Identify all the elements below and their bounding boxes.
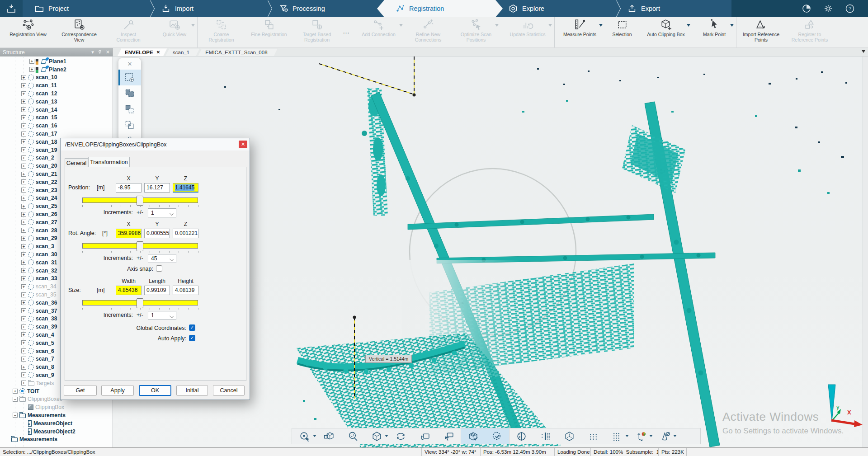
tree-expand-toggle[interactable] — [21, 75, 26, 80]
toolbar-button[interactable]: Add Connection — [352, 17, 405, 47]
view-cone[interactable] — [653, 428, 677, 444]
panel-close-icon[interactable]: ✕ — [106, 49, 110, 55]
auto-apply-checkbox[interactable]: ✓ — [189, 335, 195, 341]
apply-button[interactable]: Apply — [101, 385, 134, 396]
split-compare[interactable] — [509, 428, 533, 444]
toolbar-button[interactable]: Fine Registration — [245, 17, 293, 47]
tree-expand-toggle[interactable] — [21, 332, 26, 337]
ribbon-tab[interactable]: Explore — [496, 0, 615, 17]
tree-item[interactable]: scan_17 — [0, 130, 113, 138]
tree-expand-toggle[interactable] — [21, 212, 26, 217]
tree-expand-toggle[interactable] — [21, 204, 26, 209]
chevron-down-icon[interactable] — [599, 24, 603, 27]
reset-camera[interactable] — [317, 428, 341, 444]
slider-handle[interactable] — [137, 196, 143, 206]
tree-expand-toggle[interactable] — [21, 172, 26, 177]
orbit-tool[interactable] — [389, 428, 413, 444]
tree-expand-toggle[interactable] — [21, 340, 26, 345]
tree-expand-toggle[interactable] — [21, 357, 26, 362]
tree-item[interactable]: scan_11 — [0, 81, 113, 89]
import-project-button[interactable] — [0, 0, 23, 17]
position-slider[interactable] — [82, 197, 198, 203]
tree-expand-toggle[interactable] — [21, 83, 26, 88]
selection-mode-button[interactable] — [118, 85, 141, 101]
ribbon-right-icon[interactable] — [844, 3, 855, 14]
chevron-down-icon[interactable] — [687, 24, 690, 27]
global-coordinates-checkbox[interactable]: ✓ — [189, 324, 195, 331]
chevron-down-icon[interactable] — [649, 435, 653, 437]
tree-expand-toggle[interactable] — [21, 372, 26, 377]
rotation-slider[interactable] — [82, 243, 198, 249]
ribbon-tab[interactable]: Export — [615, 0, 731, 17]
tree-expand-toggle[interactable] — [21, 276, 26, 281]
color-mode[interactable] — [629, 428, 653, 444]
selection-toolbar-close-icon[interactable]: ✕ — [118, 58, 141, 70]
tree-item[interactable]: scan_15 — [0, 114, 113, 122]
slider-handle[interactable] — [137, 241, 143, 251]
size-width-field[interactable]: 4.85436 — [116, 286, 142, 295]
viewport-tab[interactable]: scan_1 — [165, 48, 200, 56]
tree-expand-toggle[interactable] — [21, 381, 26, 385]
tab-close-icon[interactable]: ✕ — [156, 50, 160, 55]
tree-item[interactable]: Plane1 — [0, 57, 113, 66]
selection-mode-button[interactable] — [118, 70, 141, 85]
tree-item[interactable]: MeasureObject2 — [0, 428, 113, 436]
toolbar-button[interactable]: Refine NewConnections — [405, 17, 451, 47]
slider-handle[interactable] — [137, 298, 143, 308]
tree-expand-toggle[interactable] — [21, 308, 26, 313]
rotation-x-field[interactable]: 359.99861 — [116, 229, 142, 238]
toolbar-button[interactable]: Measure Points — [554, 17, 605, 47]
tree-item[interactable]: scan_16 — [0, 122, 113, 130]
tab-general[interactable]: General — [65, 158, 88, 167]
tree-expand-toggle[interactable] — [21, 164, 26, 169]
tree-expand-toggle[interactable] — [29, 59, 34, 64]
tree-expand-toggle[interactable] — [21, 107, 26, 112]
tab-overflow-caret-icon[interactable] — [862, 50, 865, 53]
axis-snap-checkbox[interactable] — [156, 265, 162, 272]
selection-mode-button[interactable] — [118, 101, 141, 117]
size-increment-select[interactable]: 1 — [148, 311, 176, 320]
tree-expand-toggle[interactable] — [21, 188, 26, 193]
rotation-z-field[interactable]: 0.001221 — [173, 229, 198, 238]
position-x-field[interactable]: -8.95 — [116, 183, 142, 193]
tree-expand-toggle[interactable] — [21, 348, 26, 353]
toolbar-button[interactable]: Optimize ScanPositions — [451, 17, 501, 47]
tree-expand-toggle[interactable] — [21, 324, 26, 329]
viewport-scrollbar[interactable] — [863, 56, 868, 447]
dialog-close-button[interactable]: ✕ — [239, 141, 247, 148]
rotation-y-field[interactable]: 0.000555 — [144, 229, 170, 238]
tree-expand-toggle[interactable] — [21, 268, 26, 273]
position-y-field[interactable]: 16.127 — [144, 183, 170, 193]
tree-item[interactable]: scan_13 — [0, 98, 113, 106]
tree-item[interactable]: scan_10 — [0, 74, 113, 82]
initial-button[interactable]: Initial — [176, 385, 208, 396]
size-length-field[interactable]: 0.99109 — [144, 286, 170, 295]
toolbar-button[interactable]: Register toReference Points — [786, 17, 834, 47]
point-size[interactable] — [605, 428, 629, 444]
panel-collapse-icon[interactable]: ▾ — [91, 49, 94, 55]
tree-item[interactable]: Measurements — [0, 411, 113, 419]
chevron-down-icon[interactable] — [625, 435, 629, 437]
toolbar-button[interactable]: … — [341, 17, 352, 47]
tree-expand-toggle[interactable] — [29, 67, 34, 72]
tree-expand-toggle[interactable] — [21, 91, 26, 96]
cancel-button[interactable]: Cancel — [213, 385, 245, 396]
tree-expand-toggle[interactable] — [21, 284, 26, 289]
tree-item[interactable]: Plane2 — [0, 66, 113, 74]
toolbar-button[interactable]: Quick View — [152, 17, 197, 47]
rotation-increment-select[interactable]: 45 — [148, 254, 176, 263]
tree-expand-toggle[interactable] — [21, 260, 26, 265]
tree-expand-toggle[interactable] — [21, 236, 26, 241]
tree-expand-toggle[interactable] — [21, 252, 26, 257]
tree-expand-toggle[interactable] — [21, 132, 26, 136]
tree-item[interactable]: Measurements — [0, 435, 113, 443]
tree-expand-toggle[interactable] — [21, 155, 26, 160]
tree-expand-toggle[interactable] — [21, 316, 26, 321]
tree-expand-toggle[interactable] — [21, 179, 26, 184]
toolbar-button[interactable]: Registration View — [3, 17, 53, 47]
tree-item[interactable]: scan_14 — [0, 106, 113, 114]
chevron-down-icon[interactable] — [730, 24, 734, 27]
toolbar-button[interactable]: Mark Point — [693, 17, 736, 47]
chevron-down-icon[interactable] — [313, 435, 316, 437]
axis-reference[interactable] — [557, 428, 581, 444]
